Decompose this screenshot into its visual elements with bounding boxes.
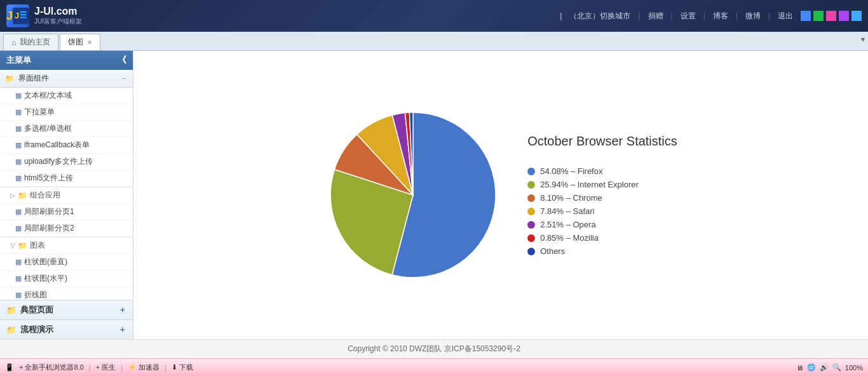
pie-chart-svg bbox=[324, 106, 502, 284]
section-ui-components: 📁 界面组件 － ▦ 文本框/文本域 ▦ 下拉菜单 ▦ 多选框/单选框 ▦ bbox=[0, 70, 133, 187]
nav-donate[interactable]: 捐赠 bbox=[648, 11, 663, 22]
sidebar-title: 主菜单 bbox=[6, 55, 31, 66]
grid-icon-3: ▦ bbox=[15, 124, 22, 133]
sidebar-item-line[interactable]: ▦ 折线图 bbox=[0, 287, 133, 300]
taskbar-right: 🖥 🌐 🔊 🔍 100% bbox=[796, 363, 863, 372]
section-combo-header[interactable]: ▷ 📁 组合应用 bbox=[0, 187, 133, 204]
sidebar: 主菜单 《 📁 界面组件 － ▦ 文本框/文本域 ▦ 下拉菜单 bbox=[0, 51, 133, 339]
legend-dot-4 bbox=[527, 221, 535, 229]
color-theme-pink[interactable] bbox=[826, 11, 836, 21]
taskbar-icon-search: 🔍 bbox=[832, 363, 841, 372]
folder-icon-ui: 📁 bbox=[5, 74, 15, 83]
sep5: | bbox=[768, 11, 770, 20]
svg-text:J: J bbox=[15, 11, 19, 20]
logo-title: J-UI.com bbox=[34, 6, 82, 17]
section-ui-collapse: － bbox=[120, 73, 128, 84]
legend-item-4: 2.51% – Opera bbox=[527, 220, 677, 229]
section-ui-components-header[interactable]: 📁 界面组件 － bbox=[0, 70, 133, 88]
color-theme-cyan[interactable] bbox=[851, 11, 862, 21]
taskbar-app[interactable]: + 全新手机浏览器8.0 bbox=[19, 363, 84, 372]
folder-icon-combo: 📁 bbox=[18, 191, 27, 200]
grid-icon-10: ▦ bbox=[15, 274, 22, 283]
legend-item-0: 54.08% – Firefox bbox=[527, 166, 677, 176]
sidebar-workflow[interactable]: 📁 流程演示 ＋ bbox=[0, 319, 133, 339]
grid-icon-1: ▦ bbox=[15, 91, 22, 100]
nav-weibo[interactable]: 微博 bbox=[745, 11, 761, 22]
grid-icon-7: ▦ bbox=[15, 208, 22, 216]
logo-icon: J bbox=[6, 4, 29, 27]
sidebar-typical-page[interactable]: 📁 典型页面 ＋ bbox=[0, 300, 133, 319]
sidebar-collapse-button[interactable]: 《 bbox=[118, 55, 126, 66]
sidebar-item-checkbox[interactable]: ▦ 多选框/单选框 bbox=[0, 121, 133, 137]
top-nav: | （北京）切换城市 | 捐赠 | 设置 | 博客 | 微博 | 退出 bbox=[560, 11, 862, 22]
taskbar: 📱 + 全新手机浏览器8.0 | + 医生 | ⚡ 加速器 | ⬇ 下载 🖥 🌐… bbox=[0, 358, 868, 376]
tab-home[interactable]: ⌂ 我的主页 bbox=[3, 34, 58, 50]
legend-dot-2 bbox=[527, 194, 535, 202]
taskbar-icon-ie: 🌐 bbox=[807, 363, 816, 372]
add-icon-typical: ＋ bbox=[118, 304, 126, 316]
legend-item-2: 8.10% – Chrome bbox=[527, 193, 677, 203]
tab-pie-chart[interactable]: 饼图 ✕ bbox=[60, 34, 100, 50]
legend-item-3: 7.84% – Safari bbox=[527, 206, 677, 216]
mobile-icon: 📱 bbox=[5, 363, 14, 372]
taskbar-zoom: 100% bbox=[845, 364, 863, 372]
expand-icon-combo: ▷ bbox=[10, 192, 15, 199]
svg-rect-4 bbox=[20, 17, 27, 18]
taskbar-div3: | bbox=[165, 364, 166, 372]
sep3: | bbox=[703, 11, 705, 20]
legend-label-1: 25.94% – Internet Explorer bbox=[540, 180, 639, 189]
color-theme-blue[interactable] bbox=[801, 11, 811, 21]
section-charts-header[interactable]: ▽ 📁 图表 bbox=[0, 238, 133, 254]
sidebar-item-bar-v[interactable]: ▦ 柱状图(垂直) bbox=[0, 254, 133, 271]
section-ui-label: 界面组件 bbox=[18, 73, 49, 84]
nav-settings[interactable]: 设置 bbox=[681, 11, 696, 22]
logo-text: J-UI.com JUI富客户端框架 bbox=[34, 6, 82, 26]
taskbar-div2: | bbox=[121, 364, 123, 372]
top-nav-sep: | bbox=[560, 11, 562, 20]
sidebar-content: 📁 界面组件 － ▦ 文本框/文本域 ▦ 下拉菜单 ▦ 多选框/单选框 ▦ bbox=[0, 70, 133, 300]
grid-icon-5: ▦ bbox=[15, 158, 22, 166]
section-charts-label: 图表 bbox=[30, 240, 45, 251]
tab-pie-label: 饼图 bbox=[68, 37, 83, 48]
folder-icon-typical: 📁 bbox=[6, 306, 17, 315]
legend-content: 54.08% – Firefox25.94% – Internet Explor… bbox=[527, 166, 677, 256]
taskbar-accelerator[interactable]: ⚡ 加速器 bbox=[128, 363, 159, 372]
taskbar-download[interactable]: ⬇ 下载 bbox=[172, 363, 193, 372]
sidebar-item-page2[interactable]: ▦ 局部刷新分页2 bbox=[0, 220, 133, 237]
tab-close-icon[interactable]: ✕ bbox=[87, 39, 92, 46]
legend-dot-6 bbox=[527, 248, 535, 255]
sidebar-item-uploadify[interactable]: ▦ uploadify多文件上传 bbox=[0, 154, 133, 170]
section-combo: ▷ 📁 组合应用 ▦ 局部刷新分页1 ▦ 局部刷新分页2 bbox=[0, 187, 133, 238]
nav-logout[interactable]: 退出 bbox=[778, 11, 793, 22]
nav-city[interactable]: （北京）切换城市 bbox=[569, 11, 630, 22]
grid-icon-2: ▦ bbox=[15, 108, 22, 116]
add-icon-workflow: ＋ bbox=[118, 324, 126, 335]
sidebar-item-iframe[interactable]: ▦ iframeCallback表单 bbox=[0, 137, 133, 154]
footer-copyright: Copyright © 2010 DWZ团队 京ICP备15053290号-2 bbox=[348, 344, 520, 353]
sidebar-item-textbox[interactable]: ▦ 文本框/文本域 bbox=[0, 88, 133, 104]
section-combo-label: 组合应用 bbox=[30, 190, 60, 201]
top-right-icons bbox=[801, 11, 862, 21]
sep4: | bbox=[736, 11, 738, 20]
legend-label-4: 2.51% – Opera bbox=[540, 220, 595, 229]
sidebar-item-dropdown[interactable]: ▦ 下拉菜单 bbox=[0, 104, 133, 121]
color-theme-purple[interactable] bbox=[839, 11, 849, 21]
pie-chart-area bbox=[324, 106, 502, 284]
grid-icon-9: ▦ bbox=[15, 258, 22, 266]
legend-item-6: Others bbox=[527, 246, 677, 256]
footer: Copyright © 2010 DWZ团队 京ICP备15053290号-2 bbox=[0, 339, 868, 358]
sidebar-item-bar-h[interactable]: ▦ 柱状图(水平) bbox=[0, 271, 133, 287]
tab-dropdown[interactable]: ▾ bbox=[861, 35, 865, 44]
color-theme-green[interactable] bbox=[813, 11, 824, 21]
top-header: J J-UI.com JUI富客户端框架 | （北京）切换城市 | 捐赠 | 设… bbox=[0, 0, 868, 32]
sidebar-item-page1[interactable]: ▦ 局部刷新分页1 bbox=[0, 204, 133, 220]
sep2: | bbox=[671, 11, 673, 20]
sidebar-item-html5upload[interactable]: ▦ html5文件上传 bbox=[0, 170, 133, 187]
sidebar-header: 主菜单 《 bbox=[0, 51, 133, 70]
legend-dot-3 bbox=[527, 208, 535, 215]
legend-label-5: 0.85% – Mozilla bbox=[540, 233, 599, 243]
taskbar-doctor[interactable]: + 医生 bbox=[96, 363, 116, 372]
nav-blog[interactable]: 博客 bbox=[713, 11, 728, 22]
grid-icon-11: ▦ bbox=[15, 291, 22, 299]
legend-label-0: 54.08% – Firefox bbox=[540, 166, 602, 176]
